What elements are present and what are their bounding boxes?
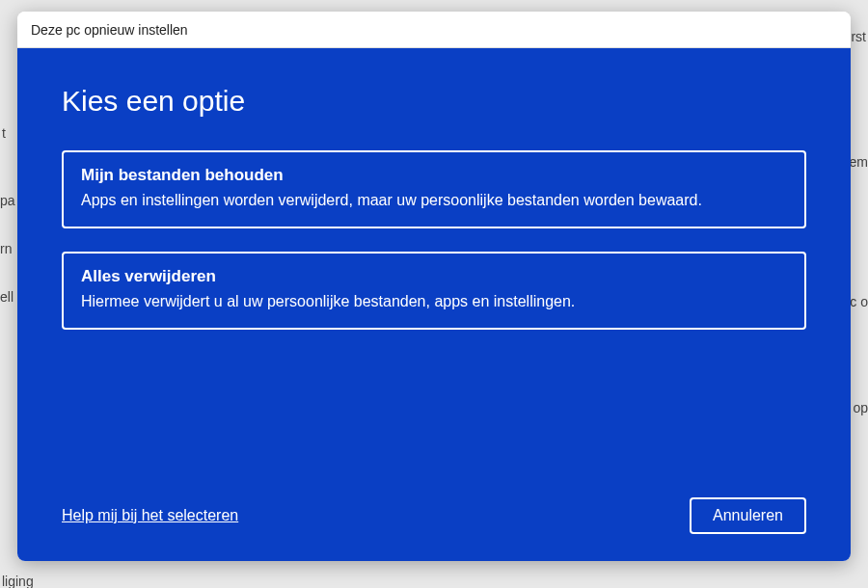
option-description: Hiermee verwijdert u al uw persoonlijke …	[81, 290, 787, 312]
bg-fragment: liging	[2, 574, 34, 588]
dialog-title: Deze pc opnieuw instellen	[31, 22, 188, 38]
bg-fragment: rn	[0, 241, 12, 256]
bg-fragment: ell	[0, 289, 14, 305]
option-title: Mijn bestanden behouden	[81, 166, 787, 185]
option-remove-everything[interactable]: Alles verwijderen Hiermee verwijdert u a…	[62, 252, 806, 330]
reset-pc-dialog: Deze pc opnieuw instellen Kies een optie…	[17, 12, 851, 561]
dialog-title-bar: Deze pc opnieuw instellen	[17, 12, 851, 48]
option-title: Alles verwijderen	[81, 267, 787, 286]
dialog-body: Kies een optie Mijn bestanden behouden A…	[17, 48, 851, 561]
cancel-button[interactable]: Annuleren	[690, 497, 806, 534]
bg-fragment: pa	[0, 193, 15, 208]
option-keep-files[interactable]: Mijn bestanden behouden Apps en instelli…	[62, 150, 806, 228]
option-description: Apps en instellingen worden verwijderd, …	[81, 189, 787, 211]
dialog-footer: Help mij bij het selecteren Annuleren	[62, 497, 806, 534]
dialog-heading: Kies een optie	[62, 85, 806, 118]
help-link[interactable]: Help mij bij het selecteren	[62, 507, 238, 524]
bg-fragment: t	[2, 125, 6, 141]
